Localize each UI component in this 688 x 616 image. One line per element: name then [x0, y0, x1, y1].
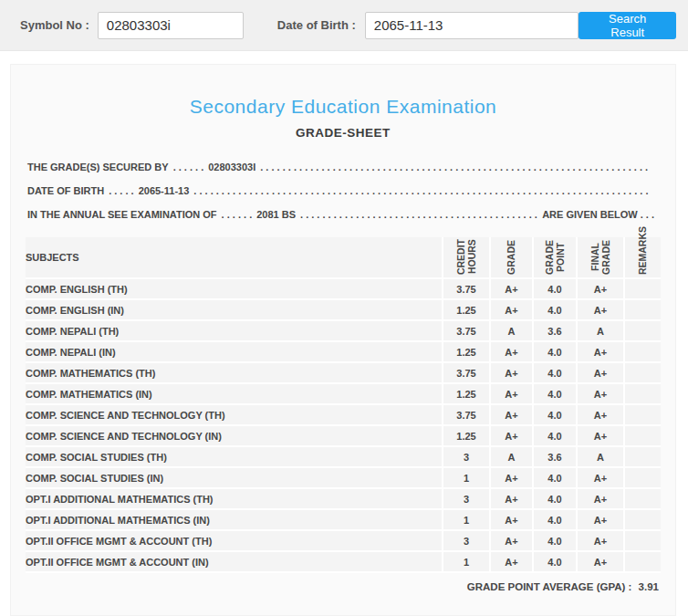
- grade-cell: A: [489, 321, 532, 342]
- remarks-cell: [623, 384, 661, 405]
- header-final-grade-label: FINAL GRADE: [589, 240, 611, 275]
- info-line-symbol: THE GRADE(S) SECURED BY . . . . . . 0280…: [26, 155, 661, 179]
- grade-point-cell: 4.0: [532, 384, 576, 405]
- credit-hours-cell: 1.25: [442, 384, 489, 405]
- dot-separator: . . . . .: [109, 179, 134, 203]
- info-suffix: ARE GIVEN BELOW . . .: [542, 203, 654, 226]
- table-row: OPT.II OFFICE MGMT & ACCOUNT (TH) 3 A+ 4…: [26, 531, 661, 552]
- remarks-cell: [623, 279, 661, 300]
- credit-hours-cell: 1.25: [442, 426, 489, 447]
- table-row: COMP. SCIENCE AND TECHNOLOGY (IN) 1.25 A…: [26, 426, 661, 447]
- final-grade-cell: A+: [576, 489, 623, 510]
- subject-cell: COMP. MATHEMATICS (IN): [26, 384, 442, 405]
- credit-hours-cell: 3.75: [442, 279, 489, 300]
- grade-sheet-card: Secondary Education Examination GRADE-SH…: [10, 64, 676, 616]
- subject-cell: COMP. NEPALI (IN): [26, 342, 442, 363]
- info-label: THE GRADE(S) SECURED BY: [27, 155, 169, 179]
- subject-cell: COMP. SOCIAL STUDIES (IN): [26, 468, 442, 489]
- table-row: COMP. MATHEMATICS (IN) 1.25 A+ 4.0 A+: [26, 384, 661, 405]
- grade-sheet-subtitle: GRADE-SHEET: [26, 126, 661, 140]
- grade-point-cell: 4.0: [532, 468, 576, 489]
- final-grade-cell: A+: [576, 300, 623, 321]
- header-grade: GRADE: [489, 237, 532, 279]
- grade-point-cell: 4.0: [532, 552, 576, 573]
- info-label: DATE OF BIRTH: [27, 179, 104, 203]
- grade-point-cell: 4.0: [532, 531, 576, 552]
- remarks-cell: [623, 321, 661, 342]
- info-label: IN THE ANNUAL SEE EXAMINATION OF: [27, 203, 217, 226]
- credit-hours-cell: 1.25: [442, 300, 489, 321]
- subject-cell: COMP. MATHEMATICS (TH): [26, 363, 442, 384]
- symbol-no-input[interactable]: [98, 12, 244, 39]
- grade-point-cell: 4.0: [532, 489, 576, 510]
- grade-point-cell: 4.0: [532, 342, 576, 363]
- grade-cell: A: [489, 447, 532, 468]
- grade-cell: A+: [489, 510, 532, 531]
- credit-hours-cell: 1: [442, 510, 489, 531]
- grade-point-cell: 4.0: [532, 510, 576, 531]
- header-credit-hours: CREDIT HOURS: [442, 237, 489, 279]
- grade-point-cell: 4.0: [532, 405, 576, 426]
- table-row: COMP. ENGLISH (TH) 3.75 A+ 4.0 A+: [26, 279, 661, 300]
- search-result-button[interactable]: Search Result: [579, 12, 676, 39]
- remarks-cell: [623, 489, 661, 510]
- symbol-no-label: Symbol No :: [20, 18, 89, 32]
- subject-cell: COMP. ENGLISH (IN): [26, 300, 442, 321]
- header-grade-point-label: GRADE POINT: [544, 240, 566, 275]
- table-row: OPT.I ADDITIONAL MATHEMATICS (IN) 1 A+ 4…: [26, 510, 661, 531]
- subject-cell: COMP. SCIENCE AND TECHNOLOGY (IN): [26, 426, 442, 447]
- grade-cell: A+: [489, 363, 532, 384]
- remarks-cell: [623, 300, 661, 321]
- info-line-dob: DATE OF BIRTH . . . . . 2065-11-13 . . .…: [26, 179, 661, 203]
- grade-cell: A+: [489, 279, 532, 300]
- remarks-cell: [623, 510, 661, 531]
- date-of-birth-label: Date of Birth :: [277, 18, 356, 32]
- candidate-info-section: THE GRADE(S) SECURED BY . . . . . . 0280…: [26, 155, 661, 226]
- subject-cell: OPT.I ADDITIONAL MATHEMATICS (IN): [26, 510, 442, 531]
- table-row: OPT.I ADDITIONAL MATHEMATICS (TH) 3 A+ 4…: [26, 489, 661, 510]
- symbol-no-value: 02803303I: [208, 155, 255, 179]
- grade-table-body: COMP. ENGLISH (TH) 3.75 A+ 4.0 A+ COMP. …: [26, 279, 661, 573]
- subject-cell: COMP. SCIENCE AND TECHNOLOGY (TH): [26, 405, 442, 426]
- credit-hours-cell: 3: [442, 531, 489, 552]
- remarks-cell: [623, 468, 661, 489]
- final-grade-cell: A+: [576, 363, 623, 384]
- dot-separator: . . . . . .: [173, 155, 204, 179]
- search-bar: Symbol No : Date of Birth : Search Resul…: [0, 0, 688, 51]
- remarks-cell: [623, 405, 661, 426]
- credit-hours-cell: 3: [442, 489, 489, 510]
- remarks-cell: [623, 552, 661, 573]
- grade-cell: A+: [489, 384, 532, 405]
- grade-cell: A+: [489, 426, 532, 447]
- grade-cell: A+: [489, 300, 532, 321]
- table-row: COMP. SOCIAL STUDIES (IN) 1 A+ 4.0 A+: [26, 468, 661, 489]
- final-grade-cell: A+: [576, 384, 623, 405]
- header-final-grade: FINAL GRADE: [576, 237, 623, 279]
- credit-hours-cell: 3.75: [442, 405, 489, 426]
- subject-cell: OPT.II OFFICE MGMT & ACCOUNT (IN): [26, 552, 442, 573]
- subject-cell: COMP. SOCIAL STUDIES (TH): [26, 447, 442, 468]
- final-grade-cell: A+: [576, 552, 623, 573]
- remarks-cell: [623, 363, 661, 384]
- gpa-label: GRADE POINT AVERAGE (GPA) :: [467, 581, 632, 592]
- dot-separator: . . . . . .: [222, 203, 253, 226]
- grade-cell: A+: [489, 342, 532, 363]
- table-row: COMP. SOCIAL STUDIES (TH) 3 A 3.6 A: [26, 447, 661, 468]
- table-row: COMP. MATHEMATICS (TH) 3.75 A+ 4.0 A+: [26, 363, 661, 384]
- grade-cell: A+: [489, 552, 532, 573]
- final-grade-cell: A: [576, 447, 623, 468]
- grade-point-cell: 4.0: [532, 363, 576, 384]
- final-grade-cell: A+: [576, 531, 623, 552]
- credit-hours-cell: 1: [442, 552, 489, 573]
- table-row: COMP. NEPALI (TH) 3.75 A 3.6 A: [26, 321, 661, 342]
- final-grade-cell: A: [576, 321, 623, 342]
- credit-hours-cell: 3.75: [442, 363, 489, 384]
- final-grade-cell: A+: [576, 405, 623, 426]
- final-grade-cell: A+: [576, 342, 623, 363]
- grade-cell: A+: [489, 531, 532, 552]
- grades-table: SUBJECTS CREDIT HOURS GRADE GRADE POINT …: [26, 237, 661, 573]
- date-of-birth-input[interactable]: [365, 12, 579, 39]
- header-remarks: REMARKS: [623, 237, 661, 279]
- exam-year-value: 2081 BS: [256, 203, 296, 226]
- final-grade-cell: A+: [576, 468, 623, 489]
